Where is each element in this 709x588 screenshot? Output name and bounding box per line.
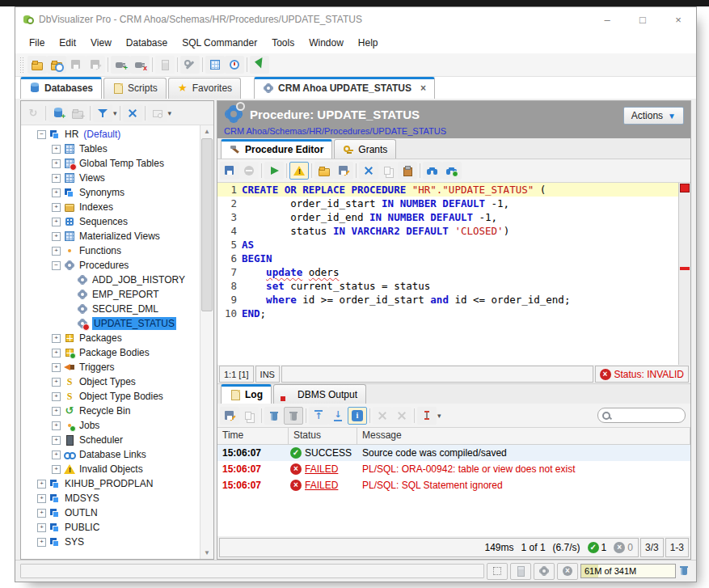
tree-item-triggers[interactable]: +Triggers	[21, 360, 200, 374]
tree-item-global-temp-tables[interactable]: +Global Temp Tables	[21, 156, 200, 171]
tree-item-emp-report[interactable]: EMP_REPORT	[21, 287, 200, 302]
log-row[interactable]: 15:06:07✓SUCCESSSource code was compiled…	[217, 445, 690, 461]
connect-button[interactable]: +	[111, 56, 130, 74]
tree-expander-icon[interactable]: +	[37, 509, 46, 518]
tree-item-public[interactable]: +PUBLIC	[21, 520, 200, 535]
abort-status-button[interactable]	[557, 563, 578, 580]
tree-expander-icon[interactable]: +	[52, 349, 61, 357]
log-row[interactable]: 15:06:07×FAILEDPL/SQL: SQL Statement ign…	[217, 477, 690, 493]
tree-expander-icon[interactable]: +	[52, 188, 61, 197]
tree-expander-icon[interactable]: +	[52, 218, 61, 226]
tree-item-materialized-views[interactable]: +Materialized Views	[21, 229, 200, 243]
tree-expander-icon[interactable]: +	[52, 392, 61, 401]
tree-expander-icon[interactable]: +	[52, 174, 61, 183]
open-file-button[interactable]	[314, 162, 334, 180]
maximize-button[interactable]: □	[625, 7, 660, 32]
tree-item-database-links[interactable]: +Database Links	[21, 447, 200, 462]
code-line-8[interactable]: 8 set current_status = status	[217, 279, 678, 293]
tree-item-sys[interactable]: +SYS	[21, 535, 200, 549]
sql-commander-button[interactable]	[250, 56, 269, 74]
code-line-7[interactable]: 7 update oders	[217, 265, 678, 279]
menu-database[interactable]: Database	[119, 34, 175, 52]
error-marker-line7[interactable]	[680, 267, 690, 270]
connections-status-button[interactable]	[510, 563, 531, 580]
tree-expander-icon[interactable]: +	[52, 145, 61, 154]
memory-gauge[interactable]: 61M of 341M	[580, 564, 676, 578]
scroll-down-icon[interactable]: ▼	[200, 547, 213, 559]
code-line-4[interactable]: 4 status IN VARCHAR2 DEFAULT 'CLOSED')	[217, 224, 678, 238]
tree-expander-icon[interactable]: +	[52, 159, 61, 168]
tree-expander-icon[interactable]: +	[52, 407, 61, 416]
clear-log-button[interactable]	[264, 407, 284, 425]
scrollbar-thumb[interactable]	[201, 138, 213, 311]
tree-expander-icon[interactable]: +	[52, 421, 61, 430]
minimize-button[interactable]: –	[589, 7, 625, 32]
tree-expander-icon[interactable]: +	[52, 334, 61, 343]
tree-item-object-types[interactable]: +SObject Types	[21, 374, 200, 389]
tree-item-procedures[interactable]: −Procedures	[21, 258, 200, 273]
log-search-input[interactable]	[597, 408, 686, 423]
tree-expander-icon[interactable]: +	[52, 465, 61, 474]
menu-edit[interactable]: Edit	[52, 34, 83, 52]
compile-save-button[interactable]	[220, 162, 239, 180]
menu-file[interactable]: File	[22, 34, 52, 52]
tree-expander-icon[interactable]: +	[52, 378, 61, 387]
garbage-collect-icon[interactable]	[678, 565, 691, 577]
tab-scripts[interactable]: Scripts	[103, 78, 167, 99]
tab-procedure-editor[interactable]: Procedure Editor	[221, 139, 332, 159]
tree-expander-icon[interactable]: +	[37, 494, 46, 503]
tree-expander-icon[interactable]: +	[52, 247, 61, 256]
tree-expander-icon[interactable]: +	[52, 363, 61, 372]
tree-item-packages[interactable]: +Packages	[21, 331, 200, 345]
code-line-5[interactable]: 5AS	[217, 238, 678, 252]
code-line-10[interactable]: 10END;	[217, 307, 678, 320]
object-tab-update-status[interactable]: CRM Ahoa UPDATE_STATUS ×	[254, 77, 435, 99]
tab-grants[interactable]: Grants	[334, 139, 396, 159]
open-bookmark-button[interactable]	[47, 56, 66, 74]
tree-expander-icon[interactable]: +	[52, 203, 61, 212]
tree-item-tables[interactable]: +Tables	[21, 142, 200, 156]
find-replace-button[interactable]	[442, 162, 462, 180]
tasks-status-button[interactable]	[534, 563, 555, 580]
menu-tools[interactable]: Tools	[264, 34, 302, 52]
tree-item-package-bodies[interactable]: +Package Bodies	[21, 345, 200, 360]
log-column-message[interactable]: Message	[357, 428, 690, 444]
log-column-status[interactable]: Status	[289, 428, 357, 444]
scroll-up-icon[interactable]: ▲	[200, 125, 213, 137]
tree-item-scheduler[interactable]: +Scheduler	[21, 433, 200, 447]
cut-button[interactable]	[359, 162, 378, 180]
tree-item-functions[interactable]: +Functions	[21, 243, 200, 258]
actions-button[interactable]: Actions ▼	[623, 107, 684, 125]
code-line-3[interactable]: 3 order_id_end IN NUMBER DEFAULT -1,	[217, 210, 678, 224]
tree-expander-icon[interactable]: +	[37, 538, 46, 547]
menu-help[interactable]: Help	[351, 34, 386, 52]
auto-scroll-info-button[interactable]: i	[348, 407, 367, 425]
tree-expander-icon[interactable]: +	[52, 436, 61, 445]
tree-scrollbar[interactable]: ▲ ▼	[200, 125, 213, 559]
menu-sql-commander[interactable]: SQL Commander	[175, 34, 264, 52]
sql-editor[interactable]: 1CREATE OR REPLACE PROCEDURE "HR"."UPDAT…	[217, 183, 690, 365]
task-monitor-button[interactable]	[225, 56, 244, 74]
log-column-time[interactable]: Time	[217, 428, 289, 444]
open-file-button[interactable]	[27, 56, 47, 74]
object-tab-close-icon[interactable]: ×	[420, 82, 426, 94]
code-line-6[interactable]: 6BEGIN	[217, 252, 678, 265]
tool-properties-button[interactable]	[180, 56, 200, 74]
find-button[interactable]	[423, 162, 442, 180]
tree-item-add-job-history[interactable]: ADD_JOB_HISTORY	[21, 273, 200, 287]
code-line-2[interactable]: 2 order_id_start IN NUMBER DEFAULT -1,	[217, 197, 678, 210]
tab-databases[interactable]: Databases	[20, 77, 102, 99]
filter-button[interactable]	[93, 104, 112, 122]
filter-dropdown-icon[interactable]: ▾	[113, 109, 117, 117]
error-marker-top[interactable]	[680, 184, 690, 192]
tree-expander-icon[interactable]: +	[52, 232, 61, 241]
tree-item-recycle-bin[interactable]: +↺Recycle Bin	[21, 404, 200, 418]
tree-item-invalid-objects[interactable]: +Invalid Objects	[21, 462, 200, 476]
grid-status-button[interactable]	[487, 563, 508, 580]
add-connection-button[interactable]: +	[49, 104, 68, 122]
close-button[interactable]: ×	[660, 7, 696, 32]
tree-expander-icon[interactable]: +	[52, 451, 61, 459]
code-line-9[interactable]: 9 where id >= order_id_start and id <= o…	[217, 293, 678, 307]
scroll-to-top-button[interactable]: ↑	[309, 407, 328, 425]
execute-button[interactable]	[264, 162, 284, 180]
